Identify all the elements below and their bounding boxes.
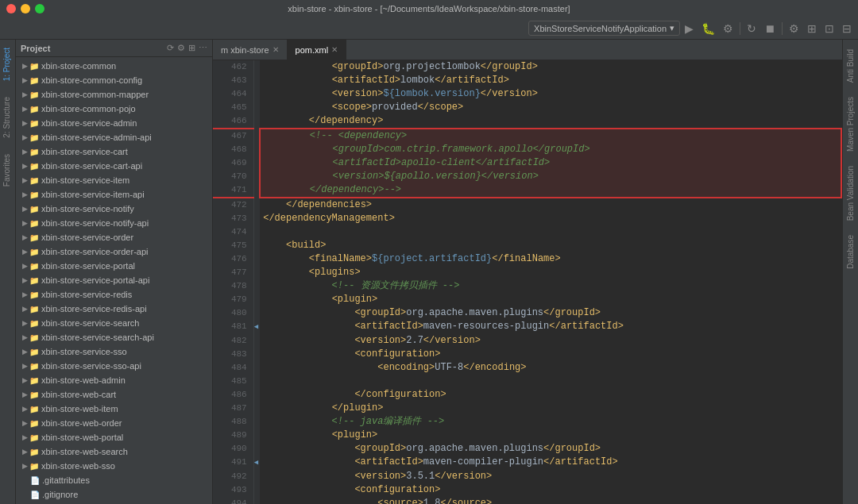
expand-arrow-icon: ▶ [22, 105, 28, 113]
line-number: 466 [213, 114, 253, 129]
sidebar-item-xbin-store-common-pojo[interactable]: ▶ 📁 xbin-store-common-pojo [16, 102, 212, 116]
folder-icon: 📁 [29, 119, 39, 128]
tree-item-label: .gitignore [42, 490, 78, 499]
sidebar-item-web-portal[interactable]: ▶ 📁 xbin-store-web-portal [16, 430, 212, 444]
line-number: 479 [213, 293, 253, 306]
maximize-button[interactable] [35, 4, 44, 13]
tree-item-label: xbin-store-service-sso [41, 347, 127, 356]
line-marker [253, 293, 260, 306]
settings-button[interactable]: ⚙ [786, 21, 802, 37]
sidebar-item-service-item[interactable]: ▶ 📁 xbin-store-service-item [16, 173, 212, 187]
line-number: 469 [213, 156, 253, 170]
folder-icon: 📁 [29, 162, 39, 171]
sidebar-item-gitattributes[interactable]: 📄 .gitattributes [16, 473, 212, 487]
window-title: xbin-store - xbin-store - [~/Documents/I… [288, 4, 570, 13]
code-line [260, 225, 841, 239]
code-line: <artifactId>apollo-client</artifactId> [260, 156, 841, 170]
code-line: </dependencies> [260, 198, 841, 212]
sidebar-item-service-sso[interactable]: ▶ 📁 xbin-store-service-sso [16, 344, 212, 359]
tab-close-icon[interactable]: ✕ [272, 45, 279, 54]
sidebar-item-service-order-api[interactable]: ▶ 📁 xbin-store-service-order-api [16, 244, 212, 259]
code-editor[interactable]: 462 <groupId>org.projectlombok</groupId>… [213, 60, 842, 504]
sidebar-item-service-notify[interactable]: ▶ 📁 xbin-store-service-notify [16, 202, 212, 216]
stop-button[interactable]: ⏹ [761, 21, 779, 37]
tab-project[interactable]: 1: Project [0, 40, 15, 89]
line-marker [253, 348, 260, 361]
sidebar-item-xbin-store-common-config[interactable]: ▶ 📁 xbin-store-common-config [16, 73, 212, 87]
sidebar-item-service-notify-api[interactable]: ▶ 📁 xbin-store-service-notify-api [16, 216, 212, 230]
sidebar-item-xbin-store-common[interactable]: ▶ 📁 xbin-store-common [16, 59, 212, 73]
right-panel-database[interactable]: Database [844, 229, 856, 275]
sidebar-item-service-admin-api[interactable]: ▶ 📁 xbin-store-service-admin-api [16, 130, 212, 144]
tree-item-label: xbin-store-web-sso [41, 461, 115, 471]
sidebar-item-gitignore[interactable]: 📄 .gitignore [16, 487, 212, 502]
tab-pom-xml[interactable]: pom.xml ✕ [288, 40, 347, 60]
coverage-button[interactable]: ⚙ [720, 21, 736, 37]
code-line: </plugin> [260, 402, 841, 415]
line-number: 467 [213, 129, 253, 143]
sidebar-item-web-order[interactable]: ▶ 📁 xbin-store-web-order [16, 416, 212, 430]
sidebar-item-service-order[interactable]: ▶ 📁 xbin-store-service-order [16, 230, 212, 244]
folder-icon: 📁 [29, 219, 39, 228]
run-config-label: XbinStoreServiceNotifyApplication [534, 24, 667, 33]
sidebar-item-xbin-store-common-mapper[interactable]: ▶ 📁 xbin-store-common-mapper [16, 87, 212, 102]
expand-icon[interactable]: ⊞ [188, 43, 195, 53]
expand-arrow-icon: ▶ [22, 276, 28, 284]
tab-structure[interactable]: 2: Structure [0, 89, 15, 146]
sidebar-item-service-portal[interactable]: ▶ 📁 xbin-store-service-portal [16, 259, 212, 273]
tab-xbin-store-master[interactable]: m xbin-store ✕ [213, 40, 288, 60]
expand-arrow-icon: ▶ [22, 333, 28, 341]
tab-favorites[interactable]: Favorites [0, 146, 15, 194]
code-line: <version>3.5.1</version> [260, 470, 841, 483]
code-line: <plugins> [260, 266, 841, 279]
folder-icon: 📁 [29, 462, 39, 471]
sidebar-item-service-item-api[interactable]: ▶ 📁 xbin-store-service-item-api [16, 187, 212, 202]
expand-arrow-icon: ▶ [22, 133, 28, 141]
code-line: <configuration> [260, 348, 841, 361]
folder-icon: 📁 [29, 62, 39, 71]
line-marker [253, 87, 260, 101]
sidebar-item-web-admin[interactable]: ▶ 📁 xbin-store-web-admin [16, 373, 212, 387]
sidebar-item-service-cart[interactable]: ▶ 📁 xbin-store-service-cart [16, 144, 212, 159]
debug-button[interactable]: 🐛 [698, 21, 718, 37]
tab-close-icon[interactable]: ✕ [331, 45, 338, 54]
split-button[interactable]: ⊡ [821, 21, 837, 37]
line-number: 471 [213, 183, 253, 198]
right-panel-maven[interactable]: Maven Projects [844, 90, 856, 158]
sidebar-item-web-search[interactable]: ▶ 📁 xbin-store-web-search [16, 444, 212, 459]
run-config-selector[interactable]: XbinStoreServiceNotifyApplication ▾ [528, 21, 680, 36]
sidebar-item-web-cart[interactable]: ▶ 📁 xbin-store-web-cart [16, 387, 212, 402]
folder-icon: 📁 [29, 305, 39, 314]
expand-arrow-icon: ▶ [22, 262, 28, 270]
sidebar-item-service-search[interactable]: ▶ 📁 xbin-store-service-search [16, 316, 212, 330]
tree-item-label: xbin-store-common-pojo [41, 104, 136, 113]
sidebar-item-service-redis-api[interactable]: ▶ 📁 xbin-store-service-redis-api [16, 302, 212, 316]
sidebar-item-web-item[interactable]: ▶ 📁 xbin-store-web-item [16, 402, 212, 416]
layout-button[interactable]: ⊞ [804, 21, 820, 37]
sidebar-item-service-cart-api[interactable]: ▶ 📁 xbin-store-service-cart-api [16, 159, 212, 173]
gear-icon[interactable]: ⋯ [199, 43, 207, 53]
sync-icon[interactable]: ⟳ [167, 43, 174, 53]
sidebar-item-service-search-api[interactable]: ▶ 📁 xbin-store-service-search-api [16, 330, 212, 344]
line-number: 494 [213, 497, 253, 504]
sidebar-item-service-redis[interactable]: ▶ 📁 xbin-store-service-redis [16, 287, 212, 302]
folder-icon: 📁 [29, 176, 39, 185]
sidebar-item-web-sso[interactable]: ▶ 📁 xbin-store-web-sso [16, 459, 212, 473]
tree-item-label: xbin-store-service-portal [41, 261, 135, 271]
close-button[interactable] [6, 4, 16, 13]
line-number: 484 [213, 361, 253, 375]
sidebar-item-service-admin[interactable]: ▶ 📁 xbin-store-service-admin [16, 116, 212, 130]
tree-item-label: xbin-store-service-search [41, 318, 139, 328]
window-controls[interactable] [6, 4, 44, 13]
expand-arrow-icon: ▶ [22, 319, 28, 327]
minimize-button[interactable] [21, 4, 30, 13]
settings-icon[interactable]: ⚙ [177, 43, 185, 53]
sidebar-item-service-sso-api[interactable]: ▶ 📁 xbin-store-service-sso-api [16, 359, 212, 373]
run-button[interactable]: ▶ [682, 21, 697, 37]
right-panel-bean-validation[interactable]: Bean Validation [844, 160, 856, 227]
update-button[interactable]: ↻ [744, 21, 759, 37]
collapse-button[interactable]: ⊟ [839, 21, 855, 37]
sidebar-item-service-portal-api[interactable]: ▶ 📁 xbin-store-service-portal-api [16, 273, 212, 287]
line-number: 482 [213, 334, 253, 348]
right-panel-anti-build[interactable]: Anti Build [844, 43, 856, 89]
